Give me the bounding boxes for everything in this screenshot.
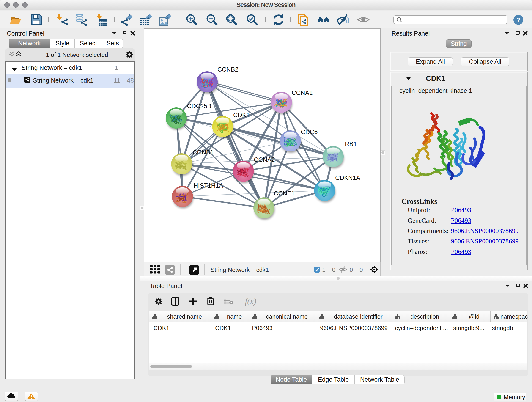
svg-text:RB1: RB1 (345, 140, 357, 147)
svg-text:CCNB2: CCNB2 (217, 66, 239, 73)
svg-text:CDK1: CDK1 (233, 112, 250, 119)
svg-text:CCNB1: CCNB1 (193, 149, 214, 156)
svg-text:CDC6: CDC6 (301, 128, 318, 135)
svg-text:CCNE1: CCNE1 (274, 190, 295, 197)
svg-text:HIST1H1A: HIST1H1A (194, 182, 223, 189)
svg-text:CDKN1A: CDKN1A (335, 174, 360, 181)
svg-text:CDC25B: CDC25B (187, 103, 211, 109)
svg-text:CCNA2: CCNA2 (254, 156, 275, 163)
svg-text:CCNA1: CCNA1 (292, 89, 313, 96)
